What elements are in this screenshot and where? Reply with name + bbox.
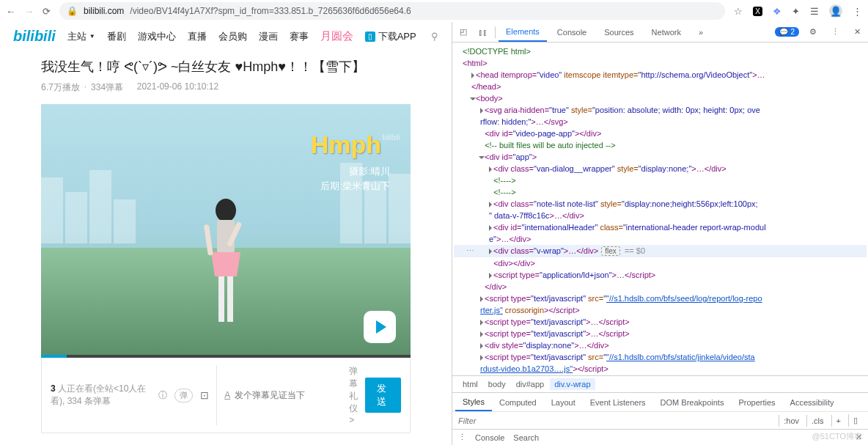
tab-dom-breakpoints[interactable]: DOM Breakpoints	[653, 394, 732, 411]
upload-date: 2021-09-06 10:10:12	[137, 81, 218, 94]
video-credits: 摄影:晴川后期:柴米青山下	[320, 164, 390, 193]
ext-1-icon[interactable]: X	[753, 7, 762, 16]
search-icon[interactable]: ⚲	[431, 31, 438, 42]
send-button[interactable]: 发送	[365, 378, 401, 413]
play-button[interactable]	[364, 311, 396, 343]
profile-icon[interactable]: 👤	[829, 4, 842, 18]
drawer-search[interactable]: Search	[513, 433, 539, 442]
nav-live[interactable]: 直播	[188, 30, 207, 43]
tab-accessibility[interactable]: Accessibility	[783, 394, 842, 411]
reload-icon[interactable]: ⟳	[43, 6, 51, 17]
danmu-etiquette[interactable]: 弹幕礼仪 >	[349, 365, 358, 425]
dom-tree[interactable]: <!DOCTYPE html> <html> <head itemprop="v…	[452, 43, 868, 375]
video-overlay-text: Hmph	[311, 130, 381, 159]
url-path: /video/BV14f4y1A7Xf?spm_id_from=333.851.…	[130, 6, 411, 16]
nav-bangumi[interactable]: 番剧	[107, 30, 126, 43]
phone-icon: ▯	[365, 32, 375, 42]
styles-tabs: Styles Computed Layout Event Listeners D…	[452, 392, 868, 411]
styles-filter-input[interactable]	[458, 416, 779, 425]
devtools-panel: ◰ ⫿⫿ Elements Console Sources Network » …	[452, 22, 868, 445]
menu-icon[interactable]: ⋮	[853, 6, 862, 17]
settings-icon[interactable]: ⚙	[805, 24, 821, 40]
danmu-input[interactable]	[235, 390, 345, 400]
site-header: bilibili 主站 ▼ 番剧 游戏中心 直播 会员购 漫画 赛事 月圆会 ▯…	[0, 22, 452, 51]
ext-2-icon[interactable]: ❖	[773, 6, 781, 17]
devtools-tabs: ◰ ⫿⫿ Elements Console Sources Network » …	[452, 22, 868, 43]
nav-vip[interactable]: 会员购	[218, 30, 247, 43]
new-style-icon[interactable]: +	[831, 415, 845, 427]
watermark-footer: @51CTO博客	[812, 431, 862, 442]
danmu-count: 334弹幕	[91, 81, 123, 94]
drawer-console[interactable]: Console	[475, 433, 504, 442]
webpage: bilibili 主站 ▼ 番剧 游戏中心 直播 会员购 漫画 赛事 月圆会 ▯…	[0, 22, 452, 445]
nav-home[interactable]: 主站 ▼	[67, 30, 95, 43]
breadcrumb: html body div#app div.v-wrap	[452, 375, 868, 392]
back-icon[interactable]: ←	[6, 6, 15, 17]
danmu-input-area: A 弹幕礼仪 >	[216, 365, 358, 425]
danmu-toggle[interactable]: 弹	[174, 389, 193, 402]
tab-more[interactable]: »	[691, 23, 710, 41]
dancer-figure	[196, 192, 255, 339]
hov-toggle[interactable]: :hov	[779, 415, 803, 427]
selected-dom-node: ⋯<div class="v-wrap">…</div>flex == $0	[454, 245, 867, 257]
player-controls-bar: 3 人正在看(全站<10人在看), 334 条弹幕 ⓘ 弹 ⊡ A 弹幕礼仪 >…	[41, 358, 411, 433]
tab-elements[interactable]: Elements	[499, 23, 547, 42]
svg-point-0	[216, 199, 236, 222]
watermark: bilibili	[383, 133, 400, 141]
nav-match[interactable]: 赛事	[290, 30, 309, 43]
issues-badge[interactable]: 💬 2	[775, 27, 799, 37]
styles-more-icon[interactable]: ▯	[848, 414, 862, 427]
video-stats: 6.7万播放· 334弹幕 2021-09-06 10:10:12	[41, 81, 411, 94]
tab-layout[interactable]: Layout	[544, 394, 583, 411]
video-title: 我没生气！哼 ᕙ(`▿´)ᕗ ~白丝女友 ♥Hmph♥！！【雪下】	[41, 58, 411, 76]
address-bar[interactable]: 🔒 bilibili.com/video/BV14f4y1A7Xf?spm_id…	[59, 2, 725, 20]
crumb-vwrap[interactable]: div.v-wrap	[550, 378, 595, 390]
drawer-menu-icon[interactable]: ⋮	[458, 433, 466, 442]
close-devtools-icon[interactable]: ✕	[850, 24, 865, 40]
svg-rect-3	[227, 276, 233, 322]
bilibili-logo[interactable]: bilibili	[13, 28, 56, 45]
styles-filter-row: :hov .cls + ▯	[452, 411, 868, 429]
viewer-count: 3 人正在看(全站<10人在看), 334 条弹幕	[51, 383, 151, 408]
crumb-body[interactable]: body	[484, 378, 510, 390]
nav-special[interactable]: 月圆会	[320, 29, 353, 43]
progress-bar[interactable]	[41, 355, 411, 358]
tab-styles[interactable]: Styles	[455, 394, 492, 411]
lock-icon: 🔒	[67, 6, 78, 16]
font-style-icon[interactable]: A	[224, 390, 230, 400]
extension-icons: ☆ X ❖ ✦ ☰ 👤 ⋮	[734, 4, 862, 18]
svg-rect-4	[204, 224, 213, 256]
crumb-html[interactable]: html	[458, 378, 482, 390]
crumb-app[interactable]: div#app	[512, 378, 549, 390]
forward-icon[interactable]: →	[24, 6, 34, 17]
inspect-icon[interactable]: ◰	[455, 24, 471, 40]
reading-list-icon[interactable]: ☰	[810, 6, 819, 17]
tab-computed[interactable]: Computed	[492, 394, 544, 411]
tab-event-listeners[interactable]: Event Listeners	[583, 394, 653, 411]
play-count: 6.7万播放	[41, 81, 80, 94]
extensions-icon[interactable]: ✦	[792, 6, 800, 17]
devtools-menu-icon[interactable]: ⋮	[827, 24, 844, 40]
danmu-settings-icon[interactable]: ⊡	[200, 389, 209, 401]
device-icon[interactable]: ⫿⫿	[474, 25, 492, 40]
svg-rect-2	[218, 276, 224, 322]
download-app[interactable]: ▯下载APP	[365, 30, 416, 43]
nav-manga[interactable]: 漫画	[259, 30, 278, 43]
tab-console[interactable]: Console	[550, 23, 594, 41]
tab-sources[interactable]: Sources	[597, 23, 641, 41]
nav-game[interactable]: 游戏中心	[138, 30, 176, 43]
star-icon[interactable]: ☆	[734, 6, 743, 17]
browser-toolbar: ← → ⟳ 🔒 bilibili.com/video/BV14f4y1A7Xf?…	[0, 0, 868, 22]
tab-properties[interactable]: Properties	[731, 394, 782, 411]
info-icon[interactable]: ⓘ	[158, 389, 167, 402]
drawer-tabs: ⋮ Console Search ✕	[452, 429, 868, 445]
video-player[interactable]: Hmph bilibili 摄影:晴川后期:柴米青山下	[41, 104, 411, 358]
tab-network[interactable]: Network	[644, 23, 688, 41]
cls-toggle[interactable]: .cls	[806, 415, 828, 427]
url-host: bilibili.com	[84, 6, 124, 16]
